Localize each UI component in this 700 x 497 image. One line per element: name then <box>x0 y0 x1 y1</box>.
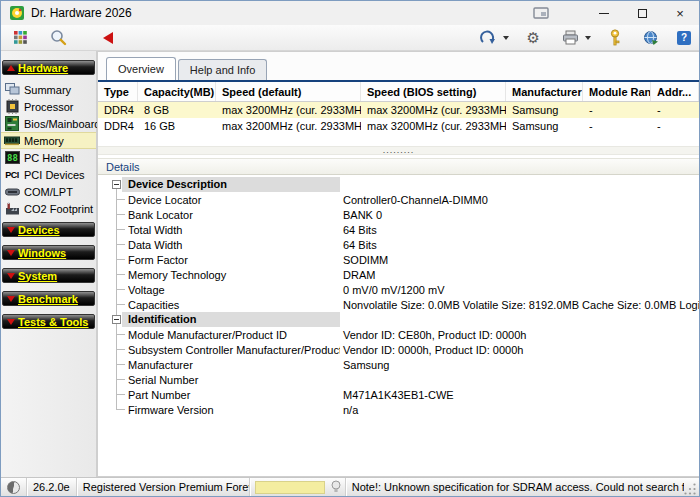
property-value: n/a <box>340 404 699 416</box>
version-panel: 26.2.0e <box>27 478 76 496</box>
printer-icon[interactable] <box>558 27 583 49</box>
license-key-icon[interactable] <box>605 27 625 49</box>
modules-grid-icon[interactable] <box>9 27 32 49</box>
sidebar-item-pc-health[interactable]: 88 PC Health <box>1 149 96 166</box>
web-globe-icon[interactable] <box>639 27 663 49</box>
tree-row[interactable]: Capacities Nonvolatile Size: 0.0MB Volat… <box>106 297 699 312</box>
search-icon[interactable] <box>46 27 71 49</box>
tree-row[interactable]: Serial Number <box>106 372 699 387</box>
tree-row[interactable]: Voltage 0 mV/0 mV/1200 mV <box>106 282 699 297</box>
column-header-module-ranks[interactable]: Module Ranks <box>583 82 651 101</box>
section-collapsed-icon <box>7 273 15 279</box>
tree-row[interactable]: Bank Locator BANK 0 <box>106 207 699 222</box>
resize-grip[interactable] <box>684 483 697 496</box>
sidebar-section-benchmark[interactable]: Benchmark <box>2 291 95 306</box>
property-label: Total Width <box>128 224 340 236</box>
tree-row[interactable]: Data Width 64 Bits <box>106 237 699 252</box>
property-label: Part Number <box>128 389 340 401</box>
sphere-icon <box>7 481 20 494</box>
main-panel: Overview Help and Info Type Capacity(MB)… <box>97 51 699 477</box>
tree-row[interactable]: Manufacturer Samsung <box>106 357 699 372</box>
tree-row[interactable]: Total Width 64 Bits <box>106 222 699 237</box>
tab-help-and-info[interactable]: Help and Info <box>178 59 267 80</box>
property-value: 64 Bits <box>340 239 699 251</box>
memory-modules-table: Type Capacity(MB) Speed (default) Speed … <box>98 82 699 134</box>
cell-address: - <box>651 120 699 132</box>
column-header-speed-bios[interactable]: Speed (BIOS setting) <box>361 82 506 101</box>
sidebar-item-pci-devices[interactable]: PCI PCI Devices <box>1 166 96 183</box>
section-collapsed-icon <box>7 227 15 233</box>
cell-module-ranks: - <box>583 104 651 116</box>
window-title: Dr. Hardware 2026 <box>31 6 132 20</box>
app-window: Dr. Hardware 2026 × <box>0 0 700 497</box>
sidebar-item-label: PCI Devices <box>24 169 85 181</box>
printer-dropdown-icon[interactable] <box>585 36 591 40</box>
sidebar-section-tests-tools[interactable]: Tests & Tools <box>2 314 95 329</box>
property-label: Manufacturer <box>128 359 340 371</box>
app-icon <box>9 5 25 21</box>
cell-speed-default: max 3200MHz (cur. 2933MHz) <box>216 120 361 132</box>
splitter-handle[interactable]: ......... <box>98 146 699 155</box>
cell-capacity: 8 GB <box>138 104 216 116</box>
sidebar-item-bios-mainboard[interactable]: Bios/Mainboard <box>1 115 96 132</box>
property-value: Controller0-ChannelA-DIMM0 <box>340 194 699 206</box>
title-bar: Dr. Hardware 2026 × <box>1 1 699 25</box>
tree-row[interactable]: Subsystem Controller Manufacturer/Produc… <box>106 342 699 357</box>
tab-overview[interactable]: Overview <box>106 57 176 80</box>
table-row[interactable]: DDR4 16 GB max 3200MHz (cur. 2933MHz) ma… <box>98 118 699 134</box>
tree-row[interactable]: Part Number M471A1K43EB1-CWE <box>106 387 699 402</box>
tree-row[interactable]: Firmware Version n/a <box>106 402 699 417</box>
details-panel-header: Details <box>98 158 699 175</box>
bulb-icon <box>330 480 342 494</box>
table-row[interactable]: DDR4 8 GB max 3200MHz (cur. 2933MHz) max… <box>98 102 699 118</box>
column-header-address[interactable]: Addr... <box>651 82 699 101</box>
sidebar-item-label: PC Health <box>24 152 74 164</box>
tree-group-row: Identification <box>106 312 699 327</box>
tree-row[interactable]: Module Manufacturer/Product ID Vendor ID… <box>106 327 699 342</box>
sidebar-item-label: COM/LPT <box>24 186 73 198</box>
close-button[interactable]: × <box>661 1 699 25</box>
column-header-speed-default[interactable]: Speed (default) <box>216 82 361 101</box>
property-label: Device Locator <box>128 194 340 206</box>
refresh-dropdown-icon[interactable] <box>503 36 509 40</box>
sidebar-item-com-lpt[interactable]: COM/LPT <box>1 183 96 200</box>
sidebar-section-hardware[interactable]: Hardware <box>2 60 95 75</box>
collapse-box-icon[interactable] <box>112 315 121 324</box>
summary-computer-icon <box>4 82 20 98</box>
minimize-button[interactable] <box>585 1 623 25</box>
refresh-icon[interactable] <box>476 27 501 49</box>
tree-row[interactable]: Memory Technology DRAM <box>106 267 699 282</box>
property-value: 0 mV/0 mV/1200 mV <box>340 284 699 296</box>
cell-speed-default: max 3200MHz (cur. 2933MHz) <box>216 104 361 116</box>
sidebar-item-processor[interactable]: Processor <box>1 98 96 115</box>
maximize-button[interactable] <box>623 1 661 25</box>
memory-module-icon <box>4 133 20 149</box>
property-value: Samsung <box>340 359 699 371</box>
back-icon[interactable] <box>99 27 117 49</box>
sidebar-section-devices[interactable]: Devices <box>2 222 95 237</box>
property-label: Serial Number <box>128 374 340 386</box>
collapse-box-icon[interactable] <box>112 180 121 189</box>
sidebar-item-co2-footprint[interactable]: CO2 Footprint <box>1 200 96 217</box>
sidebar-section-system[interactable]: System <box>2 268 95 283</box>
column-header-capacity[interactable]: Capacity(MB) <box>138 82 216 101</box>
sidebar-item-summary[interactable]: Summary <box>1 81 96 98</box>
help-icon[interactable]: ? <box>677 31 691 45</box>
property-label: Subsystem Controller Manufacturer/Produc… <box>128 344 340 356</box>
tree-row[interactable]: Form Factor SODIMM <box>106 252 699 267</box>
property-value: Nonvolatile Size: 0.0MB Volatile Size: 8… <box>340 299 699 311</box>
status-sphere-panel <box>1 478 26 496</box>
column-header-type[interactable]: Type <box>98 82 138 101</box>
settings-gear-icon[interactable]: ⚙ <box>523 27 544 49</box>
tree-row[interactable]: Device Locator Controller0-ChannelA-DIMM… <box>106 192 699 207</box>
details-tree: Device Description Device Locator Contro… <box>98 175 699 476</box>
cell-manufacturer: Samsung <box>506 120 583 132</box>
details-label: Details <box>106 161 140 173</box>
sidebar-item-memory[interactable]: Memory <box>1 132 96 149</box>
property-label: Firmware Version <box>128 404 340 416</box>
status-bar: 26.2.0e Registered Version Premium Forev… <box>1 477 699 496</box>
sidebar-section-windows[interactable]: Windows <box>2 245 95 260</box>
monitor-icon[interactable] <box>533 7 549 19</box>
property-label: Data Width <box>128 239 340 251</box>
column-header-manufacturer[interactable]: Manufacturer <box>506 82 583 101</box>
